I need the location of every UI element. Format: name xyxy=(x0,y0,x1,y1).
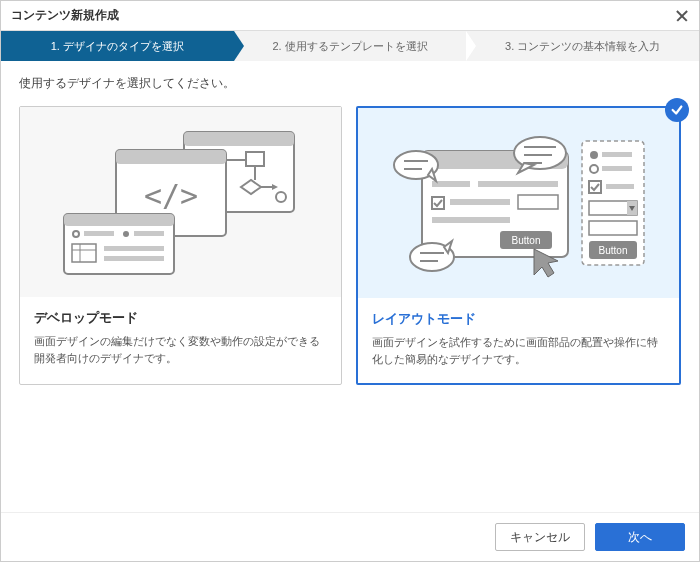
svg-rect-36 xyxy=(432,181,470,187)
develop-illustration-svg: </> xyxy=(46,122,316,282)
svg-rect-41 xyxy=(432,217,510,223)
dialog: コンテンツ新規作成 1. デザイナのタイプを選択 2. 使用するテンプレートを選… xyxy=(0,0,700,562)
svg-text:Button: Button xyxy=(598,245,627,256)
svg-rect-23 xyxy=(602,152,632,157)
check-icon xyxy=(665,98,689,122)
svg-rect-25 xyxy=(602,166,632,171)
step-3-label: 3. コンテンツの基本情報を入力 xyxy=(505,39,660,54)
svg-rect-27 xyxy=(606,184,634,189)
svg-point-14 xyxy=(123,231,129,237)
titlebar: コンテンツ新規作成 xyxy=(1,1,699,31)
card-develop-body: デベロップモード 画面デザインの編集だけでなく変数や動作の設定ができる開発者向け… xyxy=(20,297,341,382)
svg-text:</>: </> xyxy=(143,178,197,213)
stepper: 1. デザイナのタイプを選択 2. 使用するテンプレートを選択 3. コンテンツ… xyxy=(1,31,699,61)
prompt-text: 使用するデザイナを選択してください。 xyxy=(1,61,699,106)
card-layout-body: レイアウトモード 画面デザインを試作するために画面部品の配置や操作に特化した簡易… xyxy=(358,298,679,383)
step-1[interactable]: 1. デザイナのタイプを選択 xyxy=(1,31,234,61)
card-develop-illustration: </> xyxy=(20,107,341,297)
svg-rect-19 xyxy=(104,246,164,251)
svg-point-48 xyxy=(514,137,566,169)
svg-rect-1 xyxy=(184,132,294,146)
svg-rect-37 xyxy=(478,181,558,187)
step-3[interactable]: 3. コンテンツの基本情報を入力 xyxy=(466,31,699,61)
cancel-button[interactable]: キャンセル xyxy=(495,523,585,551)
layout-illustration-svg: Button Button xyxy=(384,123,654,283)
svg-rect-8 xyxy=(116,150,226,164)
svg-rect-39 xyxy=(450,199,510,205)
svg-rect-20 xyxy=(104,256,164,261)
svg-text:Button: Button xyxy=(511,235,540,246)
dialog-title: コンテンツ新規作成 xyxy=(11,7,119,24)
footer: キャンセル 次へ xyxy=(1,512,699,561)
card-develop-desc: 画面デザインの編集だけでなく変数や動作の設定ができる開発者向けのデザイナです。 xyxy=(34,333,327,366)
card-layout-title: レイアウトモード xyxy=(372,310,665,328)
card-layout[interactable]: Button Button xyxy=(356,106,681,385)
card-develop-title: デベロップモード xyxy=(34,309,327,327)
next-button[interactable]: 次へ xyxy=(595,523,685,551)
cards-container: </> デベロップモード 画面デザインの編集だけでなく変数 xyxy=(1,106,699,385)
card-develop[interactable]: </> デベロップモード 画面デザインの編集だけでなく変数 xyxy=(19,106,342,385)
svg-rect-11 xyxy=(64,214,174,226)
card-layout-desc: 画面デザインを試作するために画面部品の配置や操作に特化した簡易的なデザイナです。 xyxy=(372,334,665,367)
svg-rect-13 xyxy=(84,231,114,236)
card-layout-illustration: Button Button xyxy=(358,108,679,298)
step-2-label: 2. 使用するテンプレートを選択 xyxy=(272,39,427,54)
svg-point-22 xyxy=(590,151,598,159)
step-2[interactable]: 2. 使用するテンプレートを選択 xyxy=(234,31,467,61)
step-1-label: 1. デザイナのタイプを選択 xyxy=(51,39,184,54)
close-icon[interactable] xyxy=(675,9,689,23)
svg-rect-15 xyxy=(134,231,164,236)
